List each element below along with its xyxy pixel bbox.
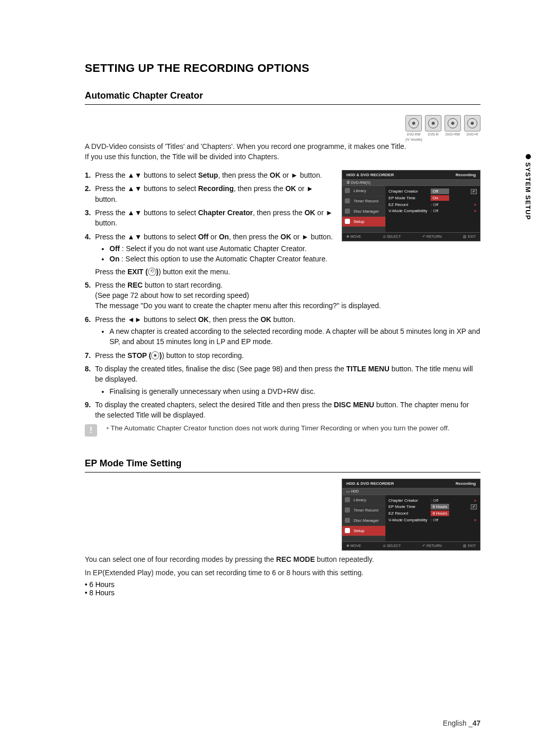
section-tab-label: SYSTEM SETUP (524, 162, 532, 220)
osd-nav-item-selected: Setup (342, 526, 385, 536)
osd-row-label: V-Mode Compatibility (388, 518, 429, 522)
sub-bullet: A new chapter is created according to th… (109, 326, 480, 347)
osd-value: : Off (431, 498, 438, 503)
osd-title: HDD & DVD RECORDER (346, 481, 394, 486)
sub-bullet: On : Select this option to use the Autom… (109, 254, 335, 264)
osd-value: : Off (431, 209, 438, 213)
osd-value: : Off (431, 202, 438, 207)
nav-icon (345, 198, 350, 203)
arrow-right-icon: ▸ (474, 517, 477, 522)
osd-media-label: DVD-RW(V) (351, 181, 371, 184)
osd-row-label: EZ Record (388, 511, 429, 516)
format-label: DVD-R (428, 133, 439, 136)
note-text: The Automatic Chapter Creator function d… (106, 424, 450, 432)
nav-icon (345, 497, 350, 502)
step-text: Press the ▲▼ buttons to select Setup, th… (95, 170, 335, 180)
arrow-right-icon: ▸ (474, 208, 477, 213)
osd-hint: ✥ MOVE (346, 544, 361, 548)
osd-row-label: EP Mode Time (388, 504, 429, 509)
disc-icon (405, 115, 422, 131)
step-text: Press the REC button to start recording.… (95, 280, 480, 311)
osd-section: Recording (455, 481, 476, 486)
step-text: Press the EXIT ()) button exit the menu. (95, 267, 335, 277)
step-text: Press the ▲▼ buttons to select Recording… (95, 183, 335, 204)
osd-nav: Library Timer Record Disc Manager Setup (342, 495, 385, 541)
step-text: Press the STOP ()) button to stop record… (95, 350, 480, 361)
osd-main: Chapter CreatorOff✓ EP Mode TimeOn EZ Re… (385, 186, 480, 232)
osd-row-label: V-Mode Compatibility (388, 209, 429, 213)
disc-format-badges: DVD-RW DVD-R DVD+RW DVD+R (V mode) (405, 111, 480, 142)
osd-nav-item: Timer Record (342, 196, 385, 206)
osd-option: Off (431, 188, 449, 194)
arrow-right-icon: ▸ (474, 498, 477, 503)
section-heading-acc: Automatic Chapter Creator (85, 90, 480, 101)
osd-hint: ⊙ SELECT (383, 544, 401, 548)
osd-hint: ↶ RETURN (422, 544, 441, 548)
sub-bullet: Off : Select if you do not want use Auto… (109, 243, 335, 254)
osd-nav-item: Disc Manager (342, 206, 385, 217)
osd-hint: ↶ RETURN (422, 235, 441, 239)
osd-hint: ⊙ SELECT (383, 235, 401, 239)
osd-main: Chapter Creator: Off▸ EP Mode Time6 Hour… (385, 495, 480, 541)
bullet-icon (526, 154, 531, 159)
note-box: ! The Automatic Chapter Creator function… (85, 424, 480, 437)
section-tab: SYSTEM SETUP (524, 154, 532, 220)
osd-option: 6 Hours (431, 504, 449, 509)
section-heading-ep: EP Mode Time Setting (85, 458, 480, 469)
check-icon: ✓ (471, 189, 477, 194)
page-title: SETTING UP THE RECORDING OPTIONS (85, 62, 480, 75)
ep-text: In EP(Extended Play) mode, you can set r… (85, 568, 480, 578)
divider (85, 472, 480, 472)
disc-icon (464, 115, 480, 131)
osd-nav-item: Disc Manager (342, 516, 385, 526)
osd-row-label: Chapter Creator (388, 189, 429, 194)
format-label: DVD+R (467, 133, 478, 136)
osd-nav-item: Library (342, 495, 385, 505)
step-text: To display the created titles, finalise … (95, 364, 480, 396)
osd-screenshot-1: HDD & DVD RECORDERRecording ⦿ DVD-RW(V) … (342, 170, 480, 241)
nav-icon (345, 209, 350, 214)
osd-nav: Library Timer Record Disc Manager Setup (342, 186, 385, 232)
osd-row-label: Chapter Creator (388, 498, 429, 503)
osd-media-label: HDD (351, 489, 359, 493)
osd-nav-item: Timer Record (342, 505, 385, 516)
osd-value: : Off (431, 518, 438, 522)
list-item: 6 Hours (85, 580, 480, 589)
nav-icon (345, 518, 350, 523)
step-text: Press the ▲▼ buttons to select Chapter C… (95, 207, 335, 229)
sub-bullet: Finalising is generally unnecessary when… (109, 386, 480, 396)
page-footer: English _47 (443, 719, 480, 727)
vmode-label: (V mode) (405, 137, 480, 142)
divider (85, 104, 480, 105)
arrow-right-icon: ▸ (474, 202, 477, 207)
nav-icon (345, 188, 350, 193)
ep-text: You can select one of four recording mod… (85, 555, 480, 565)
info-icon: ! (85, 424, 97, 437)
osd-hint: ▥ EXIT (463, 544, 476, 548)
disc-icon (445, 115, 461, 131)
nav-icon (345, 219, 350, 224)
osd-hint: ▥ EXIT (463, 235, 476, 239)
exit-button-icon (148, 268, 156, 276)
osd-option-selected: On (431, 195, 449, 201)
osd-section: Recording (455, 173, 476, 177)
step-text: Press the ▲▼ buttons to select Off or On… (95, 232, 335, 277)
stop-button-icon (151, 351, 159, 360)
step-text: To display the created chapters, select … (95, 400, 480, 421)
disc-icon (425, 115, 441, 131)
nav-icon (345, 507, 350, 513)
osd-row-label: EP Mode Time (388, 196, 429, 200)
check-icon: ✓ (471, 504, 477, 509)
osd-hint: ✥ MOVE (346, 235, 361, 239)
intro-text: A DVD-Video consists of 'Titles' and 'Ch… (85, 142, 480, 162)
hdd-mini-icon: ▭ (346, 489, 351, 493)
osd-screenshot-2: HDD & DVD RECORDERRecording ▭ HDD Librar… (342, 479, 480, 551)
osd-option-selected: 8 Hours (431, 511, 449, 516)
osd-nav-item: Library (342, 186, 385, 196)
osd-row-label: EZ Record (388, 202, 429, 207)
disc-mini-icon: ⦿ (346, 181, 351, 184)
step-text: Press the ◄► buttons to select OK, then … (95, 314, 480, 347)
osd-nav-item-selected: Setup (342, 217, 385, 227)
list-item: 8 Hours (85, 589, 480, 597)
format-label: DVD-RW (407, 133, 421, 136)
